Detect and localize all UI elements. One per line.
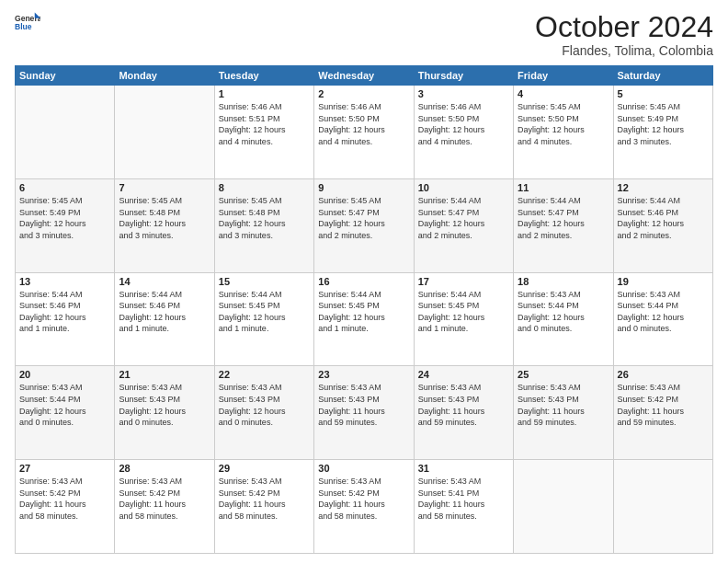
calendar-cell: 7Sunrise: 5:45 AM Sunset: 5:48 PM Daylig… bbox=[115, 178, 214, 272]
day-info: Sunrise: 5:46 AM Sunset: 5:51 PM Dayligh… bbox=[219, 101, 310, 147]
calendar-cell: 8Sunrise: 5:45 AM Sunset: 5:48 PM Daylig… bbox=[214, 178, 313, 272]
calendar-cell bbox=[613, 460, 712, 554]
calendar-cell: 9Sunrise: 5:45 AM Sunset: 5:47 PM Daylig… bbox=[314, 178, 414, 272]
day-number: 31 bbox=[418, 463, 509, 474]
day-number: 15 bbox=[219, 276, 310, 287]
day-info: Sunrise: 5:44 AM Sunset: 5:45 PM Dayligh… bbox=[318, 289, 409, 335]
calendar-cell: 18Sunrise: 5:43 AM Sunset: 5:44 PM Dayli… bbox=[514, 272, 613, 366]
day-info: Sunrise: 5:43 AM Sunset: 5:43 PM Dayligh… bbox=[219, 382, 310, 428]
day-number: 8 bbox=[219, 182, 310, 193]
day-info: Sunrise: 5:45 AM Sunset: 5:50 PM Dayligh… bbox=[518, 101, 609, 147]
day-number: 2 bbox=[318, 88, 409, 99]
calendar-cell: 23Sunrise: 5:43 AM Sunset: 5:43 PM Dayli… bbox=[314, 366, 414, 460]
header-friday: Friday bbox=[514, 66, 613, 86]
day-number: 20 bbox=[19, 369, 110, 380]
day-info: Sunrise: 5:45 AM Sunset: 5:49 PM Dayligh… bbox=[19, 195, 110, 241]
calendar-cell: 21Sunrise: 5:43 AM Sunset: 5:43 PM Dayli… bbox=[115, 366, 214, 460]
day-number: 29 bbox=[219, 463, 310, 474]
day-number: 4 bbox=[518, 88, 609, 99]
day-number: 25 bbox=[518, 369, 609, 380]
calendar-week-4: 20Sunrise: 5:43 AM Sunset: 5:44 PM Dayli… bbox=[16, 366, 713, 460]
calendar-cell: 17Sunrise: 5:44 AM Sunset: 5:45 PM Dayli… bbox=[414, 272, 513, 366]
calendar-cell: 6Sunrise: 5:45 AM Sunset: 5:49 PM Daylig… bbox=[16, 178, 115, 272]
day-info: Sunrise: 5:43 AM Sunset: 5:43 PM Dayligh… bbox=[119, 382, 210, 428]
calendar-cell: 19Sunrise: 5:43 AM Sunset: 5:44 PM Dayli… bbox=[613, 272, 712, 366]
day-info: Sunrise: 5:43 AM Sunset: 5:41 PM Dayligh… bbox=[418, 476, 509, 522]
calendar-cell: 22Sunrise: 5:43 AM Sunset: 5:43 PM Dayli… bbox=[214, 366, 313, 460]
calendar-cell: 24Sunrise: 5:43 AM Sunset: 5:43 PM Dayli… bbox=[414, 366, 513, 460]
day-number: 12 bbox=[618, 182, 709, 193]
day-info: Sunrise: 5:44 AM Sunset: 5:46 PM Dayligh… bbox=[119, 289, 210, 335]
calendar-cell: 2Sunrise: 5:46 AM Sunset: 5:50 PM Daylig… bbox=[314, 86, 414, 179]
header-sunday: Sunday bbox=[16, 66, 115, 86]
calendar-cell: 15Sunrise: 5:44 AM Sunset: 5:45 PM Dayli… bbox=[214, 272, 313, 366]
title-area: October 2024 Flandes, Tolima, Colombia bbox=[535, 11, 713, 58]
day-info: Sunrise: 5:43 AM Sunset: 5:44 PM Dayligh… bbox=[19, 382, 110, 428]
calendar-cell: 28Sunrise: 5:43 AM Sunset: 5:42 PM Dayli… bbox=[115, 460, 214, 554]
day-info: Sunrise: 5:45 AM Sunset: 5:48 PM Dayligh… bbox=[219, 195, 310, 241]
day-info: Sunrise: 5:43 AM Sunset: 5:44 PM Dayligh… bbox=[618, 289, 709, 335]
day-number: 3 bbox=[418, 88, 509, 99]
day-number: 22 bbox=[219, 369, 310, 380]
calendar-cell: 10Sunrise: 5:44 AM Sunset: 5:47 PM Dayli… bbox=[414, 178, 513, 272]
day-info: Sunrise: 5:44 AM Sunset: 5:47 PM Dayligh… bbox=[518, 195, 609, 241]
calendar-body: 1Sunrise: 5:46 AM Sunset: 5:51 PM Daylig… bbox=[16, 86, 713, 554]
day-number: 5 bbox=[618, 88, 709, 99]
day-info: Sunrise: 5:44 AM Sunset: 5:47 PM Dayligh… bbox=[418, 195, 509, 241]
day-number: 16 bbox=[318, 276, 409, 287]
header: General Blue October 2024 Flandes, Tolim… bbox=[15, 11, 713, 58]
day-info: Sunrise: 5:43 AM Sunset: 5:43 PM Dayligh… bbox=[418, 382, 509, 428]
day-info: Sunrise: 5:46 AM Sunset: 5:50 PM Dayligh… bbox=[418, 101, 509, 147]
day-info: Sunrise: 5:44 AM Sunset: 5:46 PM Dayligh… bbox=[19, 289, 110, 335]
calendar-cell: 1Sunrise: 5:46 AM Sunset: 5:51 PM Daylig… bbox=[214, 86, 313, 179]
day-info: Sunrise: 5:44 AM Sunset: 5:45 PM Dayligh… bbox=[418, 289, 509, 335]
day-number: 10 bbox=[418, 182, 509, 193]
calendar-cell: 31Sunrise: 5:43 AM Sunset: 5:41 PM Dayli… bbox=[414, 460, 513, 554]
day-number: 9 bbox=[318, 182, 409, 193]
header-wednesday: Wednesday bbox=[314, 66, 414, 86]
header-tuesday: Tuesday bbox=[214, 66, 313, 86]
calendar-cell: 3Sunrise: 5:46 AM Sunset: 5:50 PM Daylig… bbox=[414, 86, 513, 179]
day-number: 24 bbox=[418, 369, 509, 380]
calendar-cell: 29Sunrise: 5:43 AM Sunset: 5:42 PM Dayli… bbox=[214, 460, 313, 554]
calendar-cell: 11Sunrise: 5:44 AM Sunset: 5:47 PM Dayli… bbox=[514, 178, 613, 272]
day-number: 18 bbox=[518, 276, 609, 287]
page: General Blue October 2024 Flandes, Tolim… bbox=[0, 0, 728, 563]
day-number: 11 bbox=[518, 182, 609, 193]
day-number: 26 bbox=[618, 369, 709, 380]
calendar-cell: 25Sunrise: 5:43 AM Sunset: 5:43 PM Dayli… bbox=[514, 366, 613, 460]
day-number: 30 bbox=[318, 463, 409, 474]
calendar-cell: 14Sunrise: 5:44 AM Sunset: 5:46 PM Dayli… bbox=[115, 272, 214, 366]
day-number: 27 bbox=[19, 463, 110, 474]
day-info: Sunrise: 5:44 AM Sunset: 5:45 PM Dayligh… bbox=[219, 289, 310, 335]
day-number: 19 bbox=[618, 276, 709, 287]
day-number: 6 bbox=[19, 182, 110, 193]
day-info: Sunrise: 5:43 AM Sunset: 5:42 PM Dayligh… bbox=[119, 476, 210, 522]
header-thursday: Thursday bbox=[414, 66, 513, 86]
day-info: Sunrise: 5:43 AM Sunset: 5:43 PM Dayligh… bbox=[518, 382, 609, 428]
svg-text:Blue: Blue bbox=[15, 22, 32, 31]
day-number: 17 bbox=[418, 276, 509, 287]
calendar-cell: 20Sunrise: 5:43 AM Sunset: 5:44 PM Dayli… bbox=[16, 366, 115, 460]
day-number: 7 bbox=[119, 182, 210, 193]
calendar-week-2: 6Sunrise: 5:45 AM Sunset: 5:49 PM Daylig… bbox=[16, 178, 713, 272]
calendar-cell: 26Sunrise: 5:43 AM Sunset: 5:42 PM Dayli… bbox=[613, 366, 712, 460]
calendar-cell bbox=[16, 86, 115, 179]
calendar-week-1: 1Sunrise: 5:46 AM Sunset: 5:51 PM Daylig… bbox=[16, 86, 713, 179]
day-info: Sunrise: 5:43 AM Sunset: 5:42 PM Dayligh… bbox=[618, 382, 709, 428]
calendar-cell: 13Sunrise: 5:44 AM Sunset: 5:46 PM Dayli… bbox=[16, 272, 115, 366]
header-saturday: Saturday bbox=[613, 66, 712, 86]
calendar-cell bbox=[115, 86, 214, 179]
logo-icon: General Blue bbox=[15, 11, 40, 37]
day-number: 13 bbox=[19, 276, 110, 287]
calendar-week-5: 27Sunrise: 5:43 AM Sunset: 5:42 PM Dayli… bbox=[16, 460, 713, 554]
day-info: Sunrise: 5:43 AM Sunset: 5:42 PM Dayligh… bbox=[19, 476, 110, 522]
calendar-cell: 12Sunrise: 5:44 AM Sunset: 5:46 PM Dayli… bbox=[613, 178, 712, 272]
calendar-week-3: 13Sunrise: 5:44 AM Sunset: 5:46 PM Dayli… bbox=[16, 272, 713, 366]
day-number: 28 bbox=[119, 463, 210, 474]
location: Flandes, Tolima, Colombia bbox=[535, 43, 713, 58]
day-info: Sunrise: 5:45 AM Sunset: 5:47 PM Dayligh… bbox=[318, 195, 409, 241]
day-number: 21 bbox=[119, 369, 210, 380]
calendar-cell: 30Sunrise: 5:43 AM Sunset: 5:42 PM Dayli… bbox=[314, 460, 414, 554]
calendar-cell bbox=[514, 460, 613, 554]
